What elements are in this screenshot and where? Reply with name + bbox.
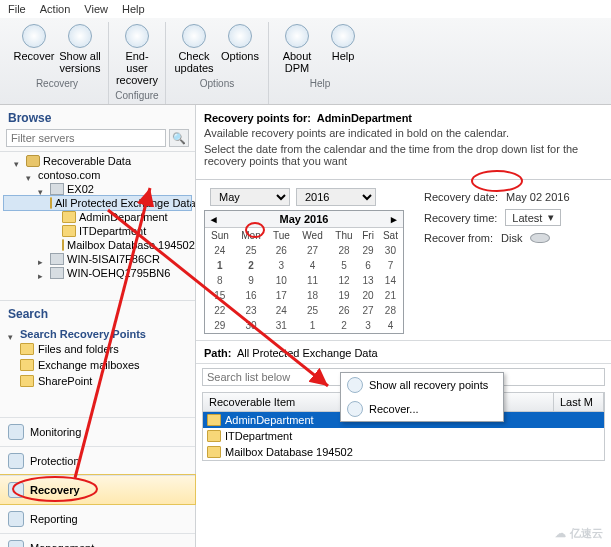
calendar-day[interactable]: 17: [267, 288, 295, 303]
calendar-day[interactable]: 10: [267, 273, 295, 288]
tree-node-ex02[interactable]: EX02: [4, 182, 191, 196]
calendar-day[interactable]: 15: [205, 288, 235, 303]
tree-node-win2[interactable]: WIN-OEHQ1795BN6: [4, 266, 191, 280]
nav-recovery[interactable]: Recovery: [0, 475, 195, 504]
calendar-day[interactable]: 27: [295, 243, 329, 258]
calendar-grid[interactable]: SunMonTueWedThuFriSat 242526272829301234…: [205, 228, 403, 333]
ribbon-help-button[interactable]: Help: [321, 22, 365, 76]
calendar-day[interactable]: 19: [330, 288, 359, 303]
calendar-day[interactable]: 30: [378, 243, 403, 258]
tree-root-recoverable-data[interactable]: Recoverable Data: [4, 154, 191, 168]
search-recovery-points: Search Recovery Points Files and folders…: [0, 323, 195, 393]
calendar-day[interactable]: 4: [378, 318, 403, 333]
calendar-day[interactable]: 24: [267, 303, 295, 318]
folder-icon: [20, 343, 34, 355]
calendar-day[interactable]: 1: [295, 318, 329, 333]
calendar-day[interactable]: 3: [358, 318, 378, 333]
calendar-day[interactable]: 21: [378, 288, 403, 303]
calendar-day[interactable]: 11: [295, 273, 329, 288]
calendar-prev-button[interactable]: ◂: [207, 213, 221, 226]
menu-help[interactable]: Help: [122, 3, 145, 15]
filter-search-button[interactable]: 🔍: [169, 129, 189, 147]
search-sharepoint[interactable]: SharePoint: [8, 373, 187, 389]
calendar-day[interactable]: 9: [235, 273, 268, 288]
sharepoint-icon: [20, 375, 34, 387]
tree-node-admin[interactable]: AdminDepartment: [4, 210, 191, 224]
calendar-day[interactable]: 14: [378, 273, 403, 288]
ribbon-group-label-options: Options: [200, 76, 234, 92]
folder-icon: [62, 211, 76, 223]
end-user-icon: [125, 24, 149, 48]
calendar-day[interactable]: 31: [267, 318, 295, 333]
tree-node-win1[interactable]: WIN-5ISAI7F86CR: [4, 252, 191, 266]
menu-action[interactable]: Action: [40, 3, 71, 15]
nav-reporting[interactable]: Reporting: [0, 504, 195, 533]
calendar-day[interactable]: 20: [358, 288, 378, 303]
calendar-day[interactable]: 3: [267, 258, 295, 273]
chevron-down-icon: ▾: [548, 211, 554, 224]
calendar-day[interactable]: 24: [205, 243, 235, 258]
calendar-day[interactable]: 5: [330, 258, 359, 273]
ribbon-end-user-button[interactable]: End-user recovery: [115, 22, 159, 88]
versions-icon: [68, 24, 92, 48]
search-files-folders[interactable]: Files and folders: [8, 341, 187, 357]
calendar-day[interactable]: 27: [358, 303, 378, 318]
calendar-day[interactable]: 16: [235, 288, 268, 303]
tree-node-all-protected[interactable]: All Protected Exchange Data: [4, 196, 191, 210]
tree-node-it[interactable]: ITDepartment: [4, 224, 191, 238]
list-row-it[interactable]: ITDepartment: [203, 428, 604, 444]
ctx-show-all-recovery-points[interactable]: Show all recovery points: [341, 373, 503, 397]
calendar-day[interactable]: 22: [205, 303, 235, 318]
ribbon-recover-button[interactable]: Recover: [12, 22, 56, 76]
ctx-recover[interactable]: Recover...: [341, 397, 503, 421]
calendar-day[interactable]: 7: [378, 258, 403, 273]
calendar-day[interactable]: 28: [378, 303, 403, 318]
calendar-day[interactable]: 29: [205, 318, 235, 333]
calendar-day[interactable]: 6: [358, 258, 378, 273]
ribbon-about-button[interactable]: About DPM: [275, 22, 319, 76]
left-nav: Monitoring Protection Recovery Reporting…: [0, 417, 195, 547]
list-row-mailboxdb[interactable]: Mailbox Database 194502: [203, 444, 604, 460]
calendar-day[interactable]: 25: [235, 243, 268, 258]
calendar: ◂ May 2016 ▸ SunMonTueWedThuFriSat 24252…: [204, 210, 404, 334]
calendar-day[interactable]: 4: [295, 258, 329, 273]
calendar-day[interactable]: 30: [235, 318, 268, 333]
year-select[interactable]: 2016: [296, 188, 376, 206]
nav-protection[interactable]: Protection: [0, 446, 195, 475]
search-exchange-mailboxes[interactable]: Exchange mailboxes: [8, 357, 187, 373]
ribbon-check-updates-button[interactable]: Check updates: [172, 22, 216, 76]
menu-view[interactable]: View: [84, 3, 108, 15]
ribbon-group-label-help: Help: [310, 76, 331, 92]
calendar-day[interactable]: 28: [330, 243, 359, 258]
calendar-day[interactable]: 25: [295, 303, 329, 318]
month-select[interactable]: May: [210, 188, 290, 206]
cloud-icon: ☁: [555, 527, 566, 540]
calendar-day[interactable]: 26: [330, 303, 359, 318]
calendar-day[interactable]: 29: [358, 243, 378, 258]
menu-bar: File Action View Help: [0, 0, 611, 18]
menu-file[interactable]: File: [8, 3, 26, 15]
calendar-day[interactable]: 18: [295, 288, 329, 303]
recovery-time-dropdown[interactable]: Latest▾: [505, 209, 561, 226]
col-header-last[interactable]: Last M: [554, 393, 604, 411]
browse-heading: Browse: [0, 105, 195, 127]
nav-monitoring[interactable]: Monitoring: [0, 417, 195, 446]
ribbon-show-all-button[interactable]: Show all versions: [58, 22, 102, 76]
recoverable-data-tree[interactable]: Recoverable Data contoso.com EX02 All Pr…: [0, 151, 195, 301]
filter-servers-input[interactable]: [6, 129, 166, 147]
nav-management[interactable]: Management: [0, 533, 195, 547]
calendar-day[interactable]: 23: [235, 303, 268, 318]
folder-icon: [207, 414, 221, 426]
calendar-day[interactable]: 26: [267, 243, 295, 258]
ribbon-options-button[interactable]: Options: [218, 22, 262, 76]
calendar-day[interactable]: 13: [358, 273, 378, 288]
calendar-day[interactable]: 2: [330, 318, 359, 333]
tree-node-contoso[interactable]: contoso.com: [4, 168, 191, 182]
search-rp-root[interactable]: Search Recovery Points: [8, 327, 187, 341]
calendar-day[interactable]: 1: [205, 258, 235, 273]
calendar-day[interactable]: 8: [205, 273, 235, 288]
calendar-day[interactable]: 12: [330, 273, 359, 288]
calendar-day[interactable]: 2: [235, 258, 268, 273]
calendar-next-button[interactable]: ▸: [387, 213, 401, 226]
tree-node-mailboxdb[interactable]: Mailbox Database 19450200742: [4, 238, 191, 252]
